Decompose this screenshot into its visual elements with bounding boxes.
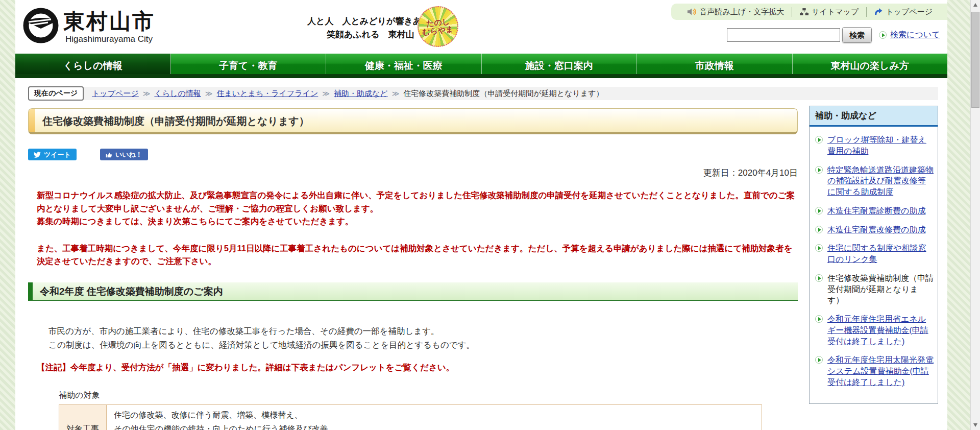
- breadcrumb-separator: ≫: [205, 89, 213, 98]
- sidebar-item-emergency-road[interactable]: 特定緊急輸送道路沿道建築物の補強設計及び耐震改修等に関する助成制度: [814, 164, 934, 198]
- breadcrumb-current: 住宅修改築費補助制度（申請受付期間が延期となります）: [403, 89, 603, 99]
- sidebar-item-block-wall[interactable]: ブロック塀等除却・建替え費用の補助: [814, 134, 934, 157]
- sidebar-item-quake-retrofit[interactable]: 木造住宅耐震改修費の助成: [814, 224, 934, 235]
- sidebar-column: 補助・助成など ブロック塀等除却・建替え費用の補助 特定緊急輸送道路沿道建築物の…: [809, 106, 938, 404]
- sidebar-title: 補助・助成など: [810, 106, 938, 127]
- sidebar-item-solar-power[interactable]: 令和元年度住宅用太陽光発電システム設置費補助金(申請受付は終了しました): [814, 354, 934, 388]
- breadcrumb-separator: ≫: [392, 89, 400, 98]
- content: 住宅修改築費補助制度（申請受付期間が延期となります） ツイート いいね！ 更新日…: [28, 102, 938, 430]
- breadcrumb-separator: ≫: [322, 89, 330, 98]
- scroll-down-icon[interactable]: [971, 420, 980, 430]
- section-heading: 令和2年度 住宅修改築費補助制度のご案内: [28, 282, 798, 301]
- search-input[interactable]: [727, 28, 840, 42]
- triangle-bullet-icon: [879, 31, 887, 39]
- breadcrumb-link-top[interactable]: トップページ: [92, 89, 139, 99]
- page-title-box: 住宅修改築費補助制度（申請受付期間が延期となります）: [28, 108, 798, 134]
- top-arrow-icon: [874, 8, 883, 15]
- facebook-like-button[interactable]: いいね！: [100, 149, 148, 160]
- speaker-icon: [687, 8, 696, 16]
- sidebar-item-current-page: 住宅修改築費補助制度（申請受付期間が延期となります）: [814, 273, 934, 306]
- nav-tab-kenko[interactable]: 健康・福祉・医療: [326, 54, 481, 74]
- top-page-link[interactable]: トップページ: [866, 7, 940, 17]
- read-aloud-link[interactable]: 音声読み上げ・文字拡大: [679, 7, 792, 17]
- triangle-bullet-icon: [815, 244, 823, 252]
- nav-tab-shisetsu[interactable]: 施設・窓口案内: [481, 54, 637, 74]
- triangle-bullet-icon: [815, 274, 823, 282]
- updated-date: 更新日：2020年4月10日: [28, 167, 798, 179]
- tweet-button[interactable]: ツイート: [28, 149, 77, 160]
- triangle-bullet-icon: [815, 207, 823, 214]
- triangle-bullet-icon: [815, 136, 823, 144]
- breadcrumb-separator: ≫: [143, 89, 151, 98]
- global-nav: くらしの情報 子育て・教育 健康・福祉・医療 施設・窓口案内 市政情報 東村山の…: [15, 54, 947, 78]
- triangle-bullet-icon: [815, 166, 823, 174]
- title-accent-bar: [29, 109, 35, 132]
- scrollbar-thumb[interactable]: [971, 12, 979, 108]
- site-subtitle: Higashimurayama City: [63, 34, 155, 44]
- breadcrumb-link-kurashi[interactable]: くらしの情報: [154, 89, 201, 99]
- city-catchphrase: 人と人 人とみどりが響きあい 笑顔あふれる 東村山: [307, 15, 431, 42]
- sidebar-item-quake-diagnosis[interactable]: 木造住宅耐震診断費の助成: [814, 205, 934, 217]
- construction-alert-text: また、工事着工時期につきまして、今年度に限り5月11日以降に工事着工されたものに…: [37, 242, 798, 268]
- city-emblem-icon: [21, 6, 60, 45]
- thumbs-up-icon: [106, 151, 112, 158]
- subsidy-target-table: 対象工事 住宅の修改築、改修に伴う耐震、増築、模様替え、 その他住宅の機能の維持…: [59, 404, 762, 430]
- triangle-bullet-icon: [815, 315, 823, 323]
- city-mascot-badge: たのし むらやま: [418, 6, 458, 47]
- sidebar-item-energy-saving[interactable]: 令和元年度住宅用省エネルギー機器設置費補助金(申請受付は終了しました): [814, 314, 934, 347]
- site-title: 東村山市: [63, 10, 155, 33]
- nav-tab-tanoshimi[interactable]: 東村山の楽しみ方: [792, 54, 948, 74]
- utility-bar: 音声読み上げ・文字拡大 サイトマップ トップページ: [671, 4, 947, 20]
- nav-tab-kurashi[interactable]: くらしの情報: [15, 54, 170, 74]
- page-title: 住宅修改築費補助制度（申請受付期間が延期となります）: [29, 109, 797, 133]
- site-logo[interactable]: 東村山市 Higashimurayama City: [63, 10, 155, 44]
- breadcrumb-link-sumai[interactable]: 住まいとまち・ライフライン: [216, 89, 318, 99]
- covid-alert-text: 新型コロナウイルス感染症の拡大防止、及び緊急事態宣言の発令による外出自粛に伴い、…: [37, 189, 798, 228]
- table-row: 対象工事 住宅の修改築、改修に伴う耐震、増築、模様替え、 その他住宅の機能の維持…: [59, 405, 762, 430]
- row-cell-target-works: 住宅の修改築、改修に伴う耐震、増築、模様替え、 その他住宅の機能の維持・向上のた…: [107, 405, 762, 430]
- search-about-link[interactable]: 検索について: [890, 30, 940, 40]
- nav-tab-kosodate[interactable]: 子育て・教育: [170, 54, 326, 74]
- scroll-up-icon[interactable]: [971, 0, 980, 10]
- breadcrumb-link-hojo[interactable]: 補助・助成など: [334, 89, 388, 99]
- sidebar-box: 補助・助成など ブロック塀等除却・建替え費用の補助 特定緊急輸送道路沿道建築物の…: [809, 106, 938, 404]
- browser-scrollbar[interactable]: [970, 0, 980, 430]
- page-container: 東村山市 Higashimurayama City 人と人 人とみどりが響きあい…: [15, 0, 947, 430]
- breadcrumb: 現在のページ トップページ ≫ くらしの情報 ≫ 住まいとまち・ライフライン ≫…: [28, 87, 938, 100]
- sitemap-icon: [800, 8, 808, 16]
- search-button[interactable]: 検索: [842, 27, 872, 43]
- nav-tab-shisei[interactable]: 市政情報: [636, 54, 792, 74]
- triangle-bullet-icon: [815, 226, 823, 233]
- body-text: 市民の方が、市内の施工業者により、住宅の修改築工事を行った場合、その経費の一部を…: [48, 324, 798, 351]
- table-caption: 補助の対象: [59, 390, 798, 401]
- sitemap-link[interactable]: サイトマップ: [792, 7, 866, 17]
- share-buttons: ツイート いいね！: [28, 149, 798, 160]
- breadcrumb-current-page-label: 現在のページ: [28, 86, 84, 101]
- main-column: 住宅修改築費補助制度（申請受付期間が延期となります） ツイート いいね！ 更新日…: [28, 102, 809, 430]
- search-about: 検索について: [879, 30, 940, 40]
- row-header-target-works: 対象工事: [59, 405, 107, 430]
- sidebar-item-housing-links[interactable]: 住宅に関する制度や相談窓口のリンク集: [814, 243, 934, 265]
- twitter-bird-icon: [34, 152, 41, 158]
- city-logo-mark[interactable]: [21, 6, 60, 45]
- triangle-bullet-icon: [815, 356, 823, 364]
- note-text: 【注記】今年度より、受付方法が「抽選」に変わりました。詳細は下表またはパンフレッ…: [37, 362, 798, 373]
- sidebar-list: ブロック塀等除却・建替え費用の補助 特定緊急輸送道路沿道建築物の補強設計及び耐震…: [810, 127, 938, 403]
